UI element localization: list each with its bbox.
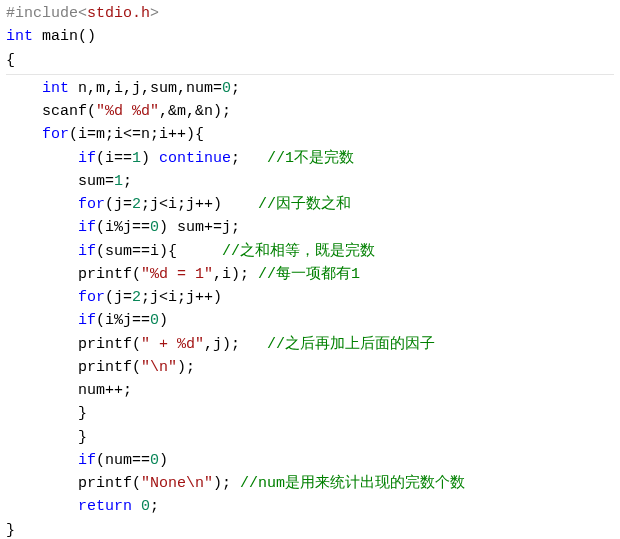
scanf-call: scanf( xyxy=(6,103,96,120)
num-zero: 0 xyxy=(150,312,159,329)
kw-continue: continue xyxy=(159,150,231,167)
num-zero: 0 xyxy=(222,80,231,97)
kw-int: int xyxy=(42,80,69,97)
semi: ; xyxy=(123,173,132,190)
comment: //1不是完数 xyxy=(267,150,354,167)
if-cond: (i%j== xyxy=(96,312,150,329)
printf-call: printf( xyxy=(6,359,141,376)
semi: ; xyxy=(231,150,267,167)
printf-call: printf( xyxy=(6,475,141,492)
num-zero: 0 xyxy=(150,452,159,469)
printf-call: printf( xyxy=(6,336,141,353)
kw-for: for xyxy=(78,196,105,213)
assign-sum: sum= xyxy=(6,173,114,190)
str-nl: "\n" xyxy=(141,359,177,376)
for-rest: ;j<i;j++) xyxy=(141,196,258,213)
num-one: 1 xyxy=(132,150,141,167)
str-none: "None\n" xyxy=(141,475,213,492)
angle-close: > xyxy=(150,5,159,22)
numpp: num++; xyxy=(6,382,132,399)
comment: //之后再加上后面的因子 xyxy=(267,336,435,353)
brace-close: } xyxy=(6,522,15,539)
if-close: ) xyxy=(141,150,159,167)
comment: //因子数之和 xyxy=(258,196,351,213)
for-rest: ;j<i;j++) xyxy=(141,289,222,306)
brace-close: } xyxy=(6,429,87,446)
printf-end: ); xyxy=(213,475,240,492)
comment: //每一项都有1 xyxy=(258,266,360,283)
brace-close: } xyxy=(6,405,87,422)
if-cond: (i%j== xyxy=(96,219,150,236)
if-close: ) xyxy=(159,312,168,329)
brace-open: { xyxy=(6,52,15,69)
decl-vars: n,m,i,j,sum,num= xyxy=(69,80,222,97)
printf-call: printf( xyxy=(6,266,141,283)
for-head: (i=m;i<=n;i++){ xyxy=(69,126,204,143)
divider xyxy=(6,74,614,75)
fn-main: main() xyxy=(33,28,96,45)
if-rest: ) sum+=j; xyxy=(159,219,240,236)
scanf-args: ,&m,&n); xyxy=(159,103,231,120)
semi: ; xyxy=(231,80,240,97)
num-two: 2 xyxy=(132,196,141,213)
if-cond: (num== xyxy=(96,452,150,469)
str-fmt: "%d %d" xyxy=(96,103,159,120)
if-cond: (sum==i){ xyxy=(96,243,222,260)
semi: ; xyxy=(150,498,159,515)
include-file: stdio.h xyxy=(87,5,150,22)
for-head: (j= xyxy=(105,196,132,213)
kw-return: return xyxy=(78,498,132,515)
kw-if: if xyxy=(78,219,96,236)
angle-open: < xyxy=(78,5,87,22)
printf-args: ,j); xyxy=(204,336,267,353)
preproc-hash: #include xyxy=(6,5,78,22)
printf-end: ); xyxy=(177,359,195,376)
if-cond: (i== xyxy=(96,150,132,167)
for-head: (j= xyxy=(105,289,132,306)
if-close: ) xyxy=(159,452,168,469)
comment: //num是用来统计出现的完数个数 xyxy=(240,475,465,492)
kw-if: if xyxy=(78,150,96,167)
kw-for: for xyxy=(78,289,105,306)
printf-args: ,i); xyxy=(213,266,258,283)
kw-for: for xyxy=(42,126,69,143)
kw-if: if xyxy=(78,312,96,329)
space xyxy=(132,498,141,515)
num-zero: 0 xyxy=(150,219,159,236)
kw-if: if xyxy=(78,243,96,260)
code-block-body: int n,m,i,j,sum,num=0; scanf("%d %d",&m,… xyxy=(6,77,614,539)
num-zero: 0 xyxy=(141,498,150,515)
num-one: 1 xyxy=(114,173,123,190)
kw-if: if xyxy=(78,452,96,469)
str-fmt: " + %d" xyxy=(141,336,204,353)
str-fmt: "%d = 1" xyxy=(141,266,213,283)
comment: //之和相等，既是完数 xyxy=(222,243,375,260)
kw-int: int xyxy=(6,28,33,45)
num-two: 2 xyxy=(132,289,141,306)
code-block: #include<stdio.h> int main() { xyxy=(6,2,614,72)
